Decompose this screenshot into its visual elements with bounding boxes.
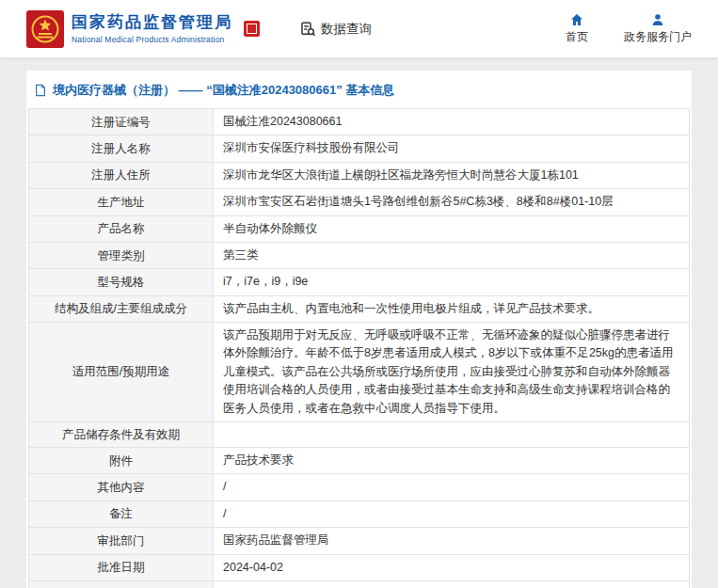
field-label: 批准日期 bbox=[29, 554, 214, 580]
field-value: 深圳市宝安区石岩街道塘头1号路创维创新谷5#C栋3楼、8楼和8#楼01-10层 bbox=[214, 189, 690, 215]
field-label: 附件 bbox=[29, 448, 214, 474]
field-value bbox=[214, 421, 690, 447]
table-row: 适用范围/预期用途该产品预期用于对无反应、无呼吸或呼吸不正常、无循环迹象的疑似心… bbox=[29, 323, 690, 422]
table-row: 结构及组成/主要组成成分该产品由主机、内置电池和一次性使用电极片组成，详见产品技… bbox=[29, 295, 690, 322]
national-emblem-icon bbox=[26, 10, 64, 48]
field-value: 第三类 bbox=[214, 242, 690, 268]
table-row: 生产地址深圳市宝安区石岩街道塘头1号路创维创新谷5#C栋3楼、8楼和8#楼01-… bbox=[29, 189, 690, 215]
field-label: 生效日期 bbox=[29, 580, 214, 588]
site-header: 国家药品监督管理局 National Medical Products Admi… bbox=[0, 0, 718, 58]
field-value: 半自动体外除颤仪 bbox=[214, 215, 690, 242]
field-value: 该产品预期用于对无反应、无呼吸或呼吸不正常、无循环迹象的疑似心脏骤停患者进行体外… bbox=[214, 323, 690, 422]
table-row: 审批部门国家药品监督管理局 bbox=[29, 528, 690, 554]
info-table: 注册证编号国械注准20243080661注册人名称深圳市安保医疗科技股份有限公司… bbox=[28, 108, 690, 588]
field-value: 国家药品监督管理局 bbox=[214, 528, 690, 554]
table-row: 产品储存条件及有效期 bbox=[29, 421, 690, 447]
data-query-icon bbox=[299, 21, 316, 38]
field-label: 产品储存条件及有效期 bbox=[29, 421, 214, 447]
home-icon bbox=[569, 12, 584, 27]
table-row: 备注/ bbox=[29, 501, 690, 527]
field-value: 深圳市龙华区大浪街道上横朗社区福龙路旁恒大时尚慧谷大厦1栋101 bbox=[214, 162, 690, 188]
table-row: 注册证编号国械注准20243080661 bbox=[29, 109, 690, 135]
nav-home[interactable]: 首页 bbox=[566, 12, 588, 45]
field-label: 备注 bbox=[29, 501, 214, 527]
document-icon bbox=[34, 84, 47, 97]
table-row: 注册人住所深圳市龙华区大浪街道上横朗社区福龙路旁恒大时尚慧谷大厦1栋101 bbox=[29, 162, 690, 188]
field-label: 生产地址 bbox=[29, 189, 214, 215]
nav-home-label: 首页 bbox=[566, 29, 588, 45]
nav-portal[interactable]: 政务服务门户 bbox=[624, 12, 692, 45]
breadcrumb-text: 境内医疗器械（注册） —— “国械注准20243080661” 基本信息 bbox=[53, 82, 394, 99]
field-label: 结构及组成/主要组成成分 bbox=[29, 295, 214, 322]
field-value: / bbox=[214, 474, 690, 501]
user-icon bbox=[650, 12, 665, 27]
field-label: 注册人名称 bbox=[29, 135, 214, 162]
org-name-en: National Medical Products Administration bbox=[72, 35, 232, 44]
table-row: 型号规格i7，i7e，i9，i9e bbox=[29, 269, 690, 295]
info-table-body: 注册证编号国械注准20243080661注册人名称深圳市安保医疗科技股份有限公司… bbox=[29, 109, 690, 588]
field-value: 该产品由主机、内置电池和一次性使用电极片组成，详见产品技术要求。 bbox=[214, 295, 690, 322]
field-value: i7，i7e，i9，i9e bbox=[214, 269, 690, 295]
table-row: 注册人名称深圳市安保医疗科技股份有限公司 bbox=[29, 135, 690, 162]
field-label: 管理类别 bbox=[29, 242, 214, 268]
org-names: 国家药品监督管理局 National Medical Products Admi… bbox=[72, 13, 232, 43]
data-query-label: 数据查询 bbox=[321, 21, 372, 38]
breadcrumb: 境内医疗器械（注册） —— “国械注准20243080661” 基本信息 bbox=[28, 80, 690, 108]
seal-icon bbox=[244, 21, 260, 37]
nav-data-query[interactable]: 数据查询 bbox=[299, 21, 372, 38]
table-row: 生效日期2024-04-02 bbox=[29, 580, 690, 588]
table-row: 批准日期2024-04-02 bbox=[29, 554, 690, 580]
field-label: 适用范围/预期用途 bbox=[29, 323, 214, 422]
org-name-zh: 国家药品监督管理局 bbox=[72, 13, 232, 32]
table-row: 管理类别第三类 bbox=[29, 242, 690, 268]
field-label: 产品名称 bbox=[29, 215, 214, 242]
content-panel: 境内医疗器械（注册） —— “国械注准20243080661” 基本信息 注册证… bbox=[26, 71, 692, 588]
field-value: 国械注准20243080661 bbox=[214, 109, 690, 135]
field-value: / bbox=[214, 501, 690, 527]
field-value: 深圳市安保医疗科技股份有限公司 bbox=[214, 135, 690, 162]
field-label: 注册证编号 bbox=[29, 109, 214, 135]
field-value: 2024-04-02 bbox=[214, 554, 690, 580]
table-row: 附件产品技术要求 bbox=[29, 448, 690, 474]
table-row: 其他内容/ bbox=[29, 474, 690, 501]
field-value: 产品技术要求 bbox=[214, 448, 690, 474]
field-value: 2024-04-02 bbox=[214, 580, 690, 588]
field-label: 其他内容 bbox=[29, 474, 214, 501]
field-label: 审批部门 bbox=[29, 528, 214, 554]
field-label: 注册人住所 bbox=[29, 162, 214, 188]
nmpa-logo[interactable]: 国家药品监督管理局 National Medical Products Admi… bbox=[26, 10, 260, 48]
table-row: 产品名称半自动体外除颤仪 bbox=[29, 215, 690, 242]
field-label: 型号规格 bbox=[29, 269, 214, 295]
nav-portal-label: 政务服务门户 bbox=[624, 29, 692, 45]
